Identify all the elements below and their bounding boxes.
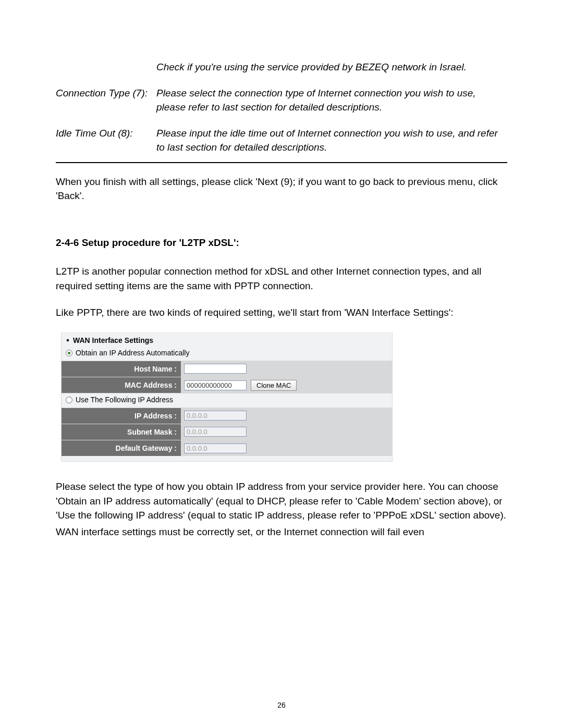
definition-connection-type: Connection Type (7): Please select the c… [56,86,507,115]
wan-interface-settings-panel: WAN Interface Settings Obtain an IP Addr… [61,332,393,462]
input-host-name[interactable] [184,364,247,374]
input-ip-address[interactable] [184,411,247,421]
input-default-gateway[interactable] [184,443,247,453]
panel-title-row: WAN Interface Settings [62,333,392,347]
section-heading-l2tp: 2-4-6 Setup procedure for 'L2TP xDSL': [56,236,507,250]
paragraph-l2tp-intro-2: Like PPTP, there are two kinds of requir… [56,305,507,320]
paragraph-below-panel-2: WAN interface settings must be correctly… [56,525,507,539]
radio-row-use-following[interactable]: Use The Following IP Address [62,393,392,407]
form-row-mac-address: MAC Address : Clone MAC [62,377,392,393]
paragraph-next-back: When you finish with all settings, pleas… [56,175,507,203]
form-row-host-name: Host Name : [62,361,392,377]
radio-label-use-following: Use The Following IP Address [76,394,173,405]
form-row-ip-address: IP Address : [62,408,392,424]
clone-mac-button[interactable]: Clone MAC [251,380,297,391]
manual-page: Check if you're using the service provid… [0,0,563,728]
input-subnet-mask[interactable] [184,427,247,437]
definition-desc-idle-timeout: Please input the idle time out of Intern… [153,126,507,158]
bullet-icon [67,339,69,341]
definition-idle-timeout: Idle Time Out (8): Please input the idle… [56,126,507,158]
paragraph-l2tp-intro-1: L2TP is another popular connection metho… [56,264,507,293]
divider-rule [56,162,507,163]
input-mac-address[interactable] [184,380,247,390]
definition-bezeq-note: Check if you're using the service provid… [56,60,507,75]
definition-desc-bezeq: Check if you're using the service provid… [153,60,507,75]
label-ip-address: IP Address : [62,408,181,424]
definition-term-connection-type: Connection Type (7): [56,86,153,101]
paragraph-below-panel-1: Please select the type of how you obtain… [56,479,507,523]
radio-label-obtain-auto: Obtain an IP Address Automatically [76,348,189,358]
radio-row-obtain-auto[interactable]: Obtain an IP Address Automatically [62,347,392,360]
form-row-default-gateway: Default Gateway : [62,440,392,456]
form-row-subnet-mask: Subnet Mask : [62,424,392,440]
definition-term-idle-timeout: Idle Time Out (8): [56,126,153,141]
label-mac-address: MAC Address : [62,377,181,393]
page-number: 26 [0,700,563,710]
label-default-gateway: Default Gateway : [62,440,181,456]
label-subnet-mask: Subnet Mask : [62,424,181,440]
radio-obtain-auto[interactable] [66,350,72,356]
label-host-name: Host Name : [62,361,181,377]
panel-title: WAN Interface Settings [73,335,153,346]
radio-use-following[interactable] [66,397,72,403]
definition-desc-connection-type: Please select the connection type of Int… [153,86,507,115]
definitions-block: Check if you're using the service provid… [56,60,507,158]
